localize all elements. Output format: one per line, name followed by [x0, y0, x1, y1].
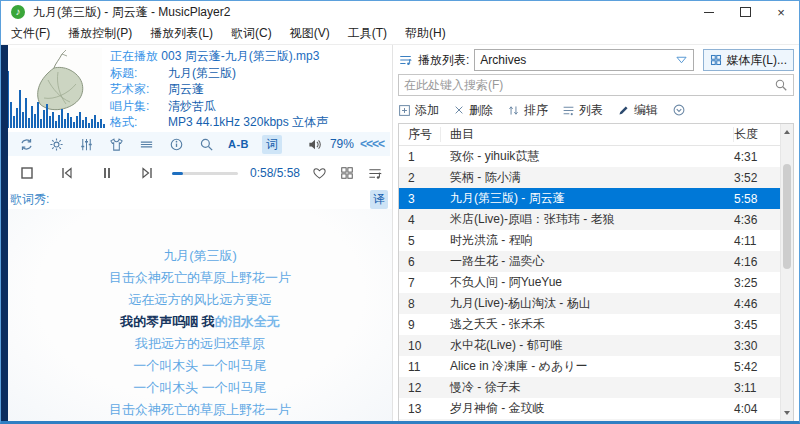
playlist-row[interactable]: 9 逃之夭夭 - 张禾禾 3:45: [399, 314, 780, 335]
menu-item[interactable]: 视图(V): [290, 25, 330, 42]
previous-button[interactable]: [58, 164, 76, 182]
playlist-row[interactable]: 6 一路生花 - 温奕心 4:16: [399, 251, 780, 272]
playlist-row[interactable]: 3 九月(第三版) - 周云蓬 5:58: [399, 188, 780, 209]
stop-button[interactable]: [18, 164, 36, 182]
table-header[interactable]: 序号 曲目 长度: [399, 124, 780, 146]
spectrum-bar: [43, 110, 45, 128]
row-length: 3:52: [734, 171, 780, 185]
row-length: 4:46: [734, 297, 780, 311]
playlist-row[interactable]: 1 致你 - yihuik苡慧 4:31: [399, 146, 780, 167]
show-playlist-button[interactable]: [366, 164, 384, 182]
header-title[interactable]: 曲目: [441, 127, 734, 142]
list-button[interactable]: 列表: [562, 102, 603, 119]
settings-button[interactable]: [48, 136, 65, 153]
spectrum-bar: [10, 102, 12, 128]
title-bar[interactable]: ♪ 九月(第三版) - 周云蓬 - MusicPlayer2 ×: [1, 1, 799, 23]
menu-item[interactable]: 工具(T): [348, 25, 387, 42]
volume-button[interactable]: [307, 136, 324, 153]
close-button[interactable]: ×: [763, 1, 799, 23]
menu-item[interactable]: 帮助(H): [405, 25, 446, 42]
spectrum-bar: [37, 102, 39, 128]
row-title: 不负人间 - 阿YueYue: [441, 274, 734, 291]
lyric-toggle-button[interactable]: 词: [262, 135, 282, 154]
progress-bar[interactable]: [172, 172, 238, 175]
menu-item[interactable]: 播放控制(P): [68, 25, 132, 42]
loop-mode-button[interactable]: [18, 136, 35, 153]
scroll-up-button[interactable]: [781, 125, 793, 139]
playlist-row[interactable]: 5 时光洪流 - 程响 4:11: [399, 230, 780, 251]
player-toolbar: A-B 词 79% <<<<: [8, 132, 390, 156]
playlist-row[interactable]: 8 九月(Live)-杨山淘汰 - 杨山 4:46: [399, 293, 780, 314]
next-button[interactable]: [138, 164, 156, 182]
tshirt-icon: [109, 137, 124, 152]
row-length: 4:31: [734, 150, 780, 164]
row-length: 3:25: [734, 276, 780, 290]
collapse-arrows[interactable]: <<<<: [360, 137, 384, 151]
row-title: 九月(Live)-杨山淘汰 - 杨山: [441, 295, 734, 312]
ab-repeat-button[interactable]: A-B: [228, 138, 249, 150]
lyrics-panel[interactable]: 九月(第三版)目击众神死亡的草原上野花一片远在远方的风比远方更远 我的琴声呜咽 …: [8, 209, 392, 421]
playlist-selector-row: 播放列表: Archives 媒体库(L)...: [398, 49, 794, 71]
scroll-down-button[interactable]: [781, 406, 793, 420]
row-number: 13: [399, 402, 441, 416]
playlist-row[interactable]: 10 水中花(Live) - 郁可唯 3:30: [399, 335, 780, 356]
spectrum-bar: [58, 115, 60, 128]
heart-icon: [312, 166, 327, 181]
scrollbar-thumb[interactable]: [783, 164, 791, 269]
search-input[interactable]: [399, 78, 774, 92]
playlist-row[interactable]: 4 米店(Live)-原唱：张玮玮 - 老狼 4:36: [399, 209, 780, 230]
playlist-row[interactable]: 11 Alice in 冷凍庫 - めありー 5:42: [399, 356, 780, 377]
menu-item[interactable]: 播放列表(L): [150, 25, 213, 42]
next-icon: [139, 165, 155, 181]
playlist-row[interactable]: 14 是你想成为的大人吗 - 蒋长谦 5:23: [399, 419, 780, 421]
add-label: 添加: [415, 102, 439, 119]
media-library-button[interactable]: [338, 164, 356, 182]
menu-item[interactable]: 歌词(C): [231, 25, 272, 42]
sound-effect-button[interactable]: [138, 136, 155, 153]
spectrum-bar: [25, 98, 27, 128]
info-button[interactable]: [168, 136, 185, 153]
spectrum-bar: [73, 122, 75, 128]
maximize-button[interactable]: [727, 1, 763, 23]
header-no[interactable]: 序号: [399, 127, 441, 142]
find-lyrics-button[interactable]: [198, 136, 215, 153]
spectrum-bar: [8, 71, 9, 128]
row-number: 12: [399, 381, 441, 395]
favorite-button[interactable]: [310, 164, 328, 182]
search-box: [398, 74, 794, 96]
window-title: 九月(第三版) - 周云蓬 - MusicPlayer2: [33, 4, 691, 21]
lines-icon: [139, 137, 154, 152]
row-title: 慢冷 - 徐子未: [441, 379, 734, 396]
scrollbar[interactable]: [780, 124, 793, 421]
header-length[interactable]: 长度: [734, 127, 780, 142]
translate-button[interactable]: 译: [370, 190, 388, 209]
sort-button[interactable]: 排序: [507, 102, 548, 119]
row-title: 时光洪流 - 程响: [441, 232, 734, 249]
playlist-row[interactable]: 12 慢冷 - 徐子未 3:11: [399, 377, 780, 398]
playlist-combobox[interactable]: Archives: [474, 49, 694, 71]
circle-chevron-icon: [672, 103, 686, 117]
edit-button[interactable]: 编辑: [617, 102, 658, 119]
row-number: 4: [399, 213, 441, 227]
skin-button[interactable]: [108, 136, 125, 153]
playlist-row[interactable]: 2 笑柄 - 陈小满 3:52: [399, 167, 780, 188]
spectrum-bar: [67, 113, 69, 128]
playlist-pane: 播放列表: Archives 媒体库(L)...: [392, 45, 799, 421]
lyric-line: 我把远方的远归还草原: [8, 333, 392, 355]
equalizer-button[interactable]: [78, 136, 95, 153]
row-title: 致你 - yihuik苡慧: [441, 148, 734, 165]
pause-button[interactable]: [98, 164, 116, 182]
media-library-button[interactable]: 媒体库(L)...: [703, 49, 794, 71]
playlist-toolbar: 添加 删除 排序 列表 编辑: [398, 100, 794, 120]
delete-icon: [453, 104, 465, 116]
add-button[interactable]: 添加: [398, 102, 439, 119]
playlist-row[interactable]: 7 不负人间 - 阿YueYue 3:25: [399, 272, 780, 293]
minimize-button[interactable]: [691, 1, 727, 23]
sort-label: 排序: [524, 102, 548, 119]
playlist-row[interactable]: 13 岁月神偷 - 金玟岐 4:04: [399, 398, 780, 419]
row-length: 4:36: [734, 213, 780, 227]
more-options-button[interactable]: [672, 103, 686, 117]
menu-item[interactable]: 文件(F): [11, 25, 50, 42]
spectrum-bar: [13, 116, 15, 128]
delete-button[interactable]: 删除: [453, 102, 493, 119]
